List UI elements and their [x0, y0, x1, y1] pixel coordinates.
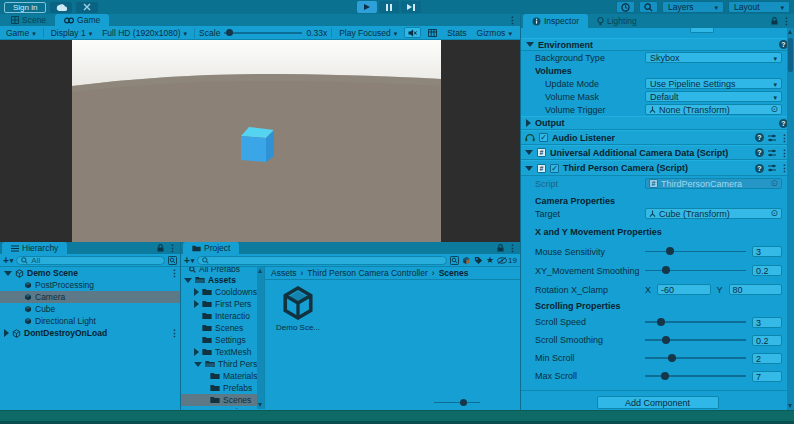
- project-tree-cooldowns[interactable]: Cooldowns: [181, 286, 257, 298]
- project-tree-materials[interactable]: Materials: [181, 370, 257, 382]
- component-enabled-checkbox[interactable]: [539, 133, 548, 142]
- tab-inspector[interactable]: Inspector: [523, 14, 588, 28]
- tab-hierarchy[interactable]: Hierarchy: [2, 242, 67, 254]
- scroll-down-icon[interactable]: [788, 404, 792, 408]
- mouse-sensitivity-value[interactable]: 3: [752, 246, 782, 257]
- hierarchy-item-dontdestroyonload[interactable]: DontDestroyOnLoad: [0, 327, 180, 339]
- hierarchy-search-input[interactable]: All: [16, 256, 165, 265]
- favorites-star-icon[interactable]: ★: [486, 256, 494, 265]
- collab-button[interactable]: [76, 2, 98, 13]
- preset-icon[interactable]: [768, 134, 776, 142]
- scene-menu-icon[interactable]: [170, 328, 178, 338]
- step-button[interactable]: [401, 1, 421, 13]
- asset-demo-scene[interactable]: Demo Sce...: [273, 285, 323, 332]
- project-tree-scenes-selected[interactable]: Scenes: [181, 394, 257, 406]
- audio-listener-header[interactable]: Audio Listener: [521, 130, 794, 145]
- project-tree-first-person[interactable]: First Pers: [181, 298, 257, 310]
- zoom-knob[interactable]: [460, 399, 467, 406]
- project-tree-settings[interactable]: Settings: [181, 334, 257, 346]
- min-scroll-value[interactable]: 2: [752, 353, 782, 364]
- object-picker-icon[interactable]: [770, 209, 778, 218]
- tab-game[interactable]: Game: [55, 14, 109, 26]
- output-foldout[interactable]: Output: [521, 116, 794, 130]
- breadcrumb-third-person[interactable]: Third Person Camera Controller: [307, 268, 427, 278]
- max-scroll-value[interactable]: 7: [752, 371, 782, 382]
- foldout-closed-icon[interactable]: [4, 329, 9, 337]
- foldout-open-icon[interactable]: [526, 42, 534, 47]
- min-scroll-slider[interactable]: [645, 353, 746, 363]
- foldout-closed-icon[interactable]: [194, 288, 199, 296]
- foldout-open-icon[interactable]: [194, 362, 202, 367]
- scroll-down-icon[interactable]: [258, 403, 262, 407]
- scroll-speed-slider[interactable]: [645, 317, 746, 327]
- component-enabled-checkbox[interactable]: [550, 164, 559, 173]
- layers-dropdown[interactable]: Layers: [662, 1, 724, 13]
- game-mode-dropdown[interactable]: Game: [3, 26, 39, 39]
- hierarchy-item-demo-scene[interactable]: Demo Scene: [0, 267, 180, 279]
- panel-menu-icon[interactable]: [508, 243, 516, 253]
- help-icon[interactable]: [755, 133, 764, 142]
- foldout-open-icon[interactable]: [184, 278, 192, 283]
- cloud-services-button[interactable]: [50, 2, 72, 13]
- scrollbar-thumb[interactable]: [788, 38, 793, 72]
- rotation-x-field[interactable]: -60: [657, 284, 710, 295]
- foldout-open-icon[interactable]: [525, 150, 533, 155]
- foldout-open-icon[interactable]: [525, 166, 533, 171]
- inspector-scrollbar[interactable]: [787, 28, 794, 410]
- stats-button[interactable]: Stats: [444, 26, 469, 39]
- panel-menu-icon[interactable]: [782, 16, 790, 26]
- undo-history-button[interactable]: [616, 1, 635, 13]
- scroll-up-icon[interactable]: [258, 269, 262, 273]
- project-tree-scripts[interactable]: Scripts: [181, 406, 257, 409]
- uacd-header[interactable]: Universal Additional Camera Data (Script…: [521, 145, 794, 160]
- scroll-smoothing-value[interactable]: 0.2: [752, 335, 782, 346]
- volume-trigger-field[interactable]: None (Transform): [645, 104, 782, 115]
- display-dropdown[interactable]: Display 1: [48, 26, 95, 39]
- game-viewport[interactable]: [0, 40, 520, 242]
- layout-dropdown[interactable]: Layout: [728, 1, 790, 13]
- scale-slider-knob[interactable]: [226, 29, 233, 36]
- target-field[interactable]: Cube (Transform): [645, 208, 782, 219]
- xy-smoothing-slider[interactable]: [645, 266, 746, 276]
- mouse-sensitivity-slider[interactable]: [645, 247, 746, 257]
- resolution-dropdown[interactable]: Full HD (1920x1080): [99, 26, 190, 39]
- create-button[interactable]: [3, 255, 13, 266]
- project-tree-scenes[interactable]: Scenes: [181, 322, 257, 334]
- help-icon[interactable]: [755, 164, 764, 173]
- gizmos-dropdown[interactable]: Gizmos: [474, 26, 515, 39]
- breadcrumb-scenes[interactable]: Scenes: [439, 268, 469, 278]
- aspect-grid-button[interactable]: [425, 27, 440, 38]
- project-tree-third-person[interactable]: Third Pers: [181, 358, 257, 370]
- help-icon[interactable]: [755, 148, 764, 157]
- environment-foldout[interactable]: Environment: [521, 38, 794, 51]
- third-person-camera-header[interactable]: Third Person Camera (Script): [521, 160, 794, 176]
- search-button[interactable]: [639, 1, 658, 13]
- create-button[interactable]: [184, 255, 194, 266]
- project-tree-prefabs[interactable]: Prefabs: [181, 382, 257, 394]
- scale-slider[interactable]: [224, 28, 302, 38]
- add-component-button[interactable]: Add Component: [597, 396, 719, 409]
- tab-scene[interactable]: Scene: [2, 14, 55, 26]
- foldout-open-icon[interactable]: [4, 271, 12, 276]
- hierarchy-item-postprocessing[interactable]: PostProcessing: [0, 279, 180, 291]
- hierarchy-item-directional-light[interactable]: Directional Light: [0, 315, 180, 327]
- lock-icon[interactable]: [157, 244, 164, 252]
- sign-in-button[interactable]: Sign in: [4, 2, 46, 13]
- scene-menu-icon[interactable]: [170, 268, 178, 278]
- thumbnail-zoom-slider[interactable]: [434, 398, 480, 406]
- max-scroll-slider[interactable]: [645, 371, 746, 381]
- project-tree-assets[interactable]: Assets: [181, 274, 257, 286]
- search-pickup-icon[interactable]: [450, 256, 459, 265]
- project-tree-interactions[interactable]: Interactio: [181, 310, 257, 322]
- preset-icon[interactable]: [768, 149, 776, 157]
- search-by-label-icon[interactable]: [474, 256, 483, 265]
- panel-menu-icon[interactable]: [508, 15, 516, 25]
- tab-lighting[interactable]: Lighting: [588, 14, 646, 28]
- foldout-closed-icon[interactable]: [194, 348, 199, 356]
- mute-audio-button[interactable]: [404, 27, 421, 38]
- pause-button[interactable]: [379, 1, 399, 13]
- project-tree-textmesh[interactable]: TextMesh: [181, 346, 257, 358]
- foldout-closed-icon[interactable]: [194, 300, 199, 308]
- preset-icon[interactable]: [768, 164, 776, 172]
- project-search-input[interactable]: [197, 256, 447, 265]
